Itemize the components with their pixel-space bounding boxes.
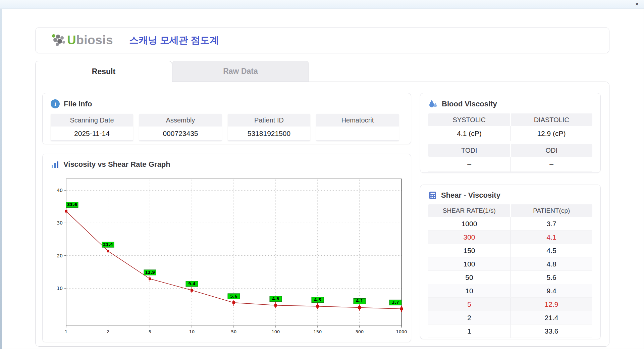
- tab-raw-data[interactable]: Raw Data: [172, 61, 309, 82]
- logo-text-u: U: [67, 33, 76, 47]
- shear-viscosity-row: 221.4: [428, 311, 592, 325]
- odi-value: –: [510, 157, 592, 171]
- shear-rate-value: 2: [428, 311, 510, 324]
- svg-text:300: 300: [356, 329, 364, 334]
- patient-viscosity-value: 4.8: [510, 257, 592, 270]
- svg-text:30: 30: [57, 220, 63, 226]
- tab-result[interactable]: Result: [35, 61, 172, 82]
- patient-viscosity-value: 21.4: [510, 311, 592, 324]
- shear-viscosity-row: 1004.8: [428, 257, 592, 271]
- shear-viscosity-row: 10003.7: [428, 217, 592, 231]
- patient-viscosity-value: 3.7: [510, 217, 592, 230]
- field-value: 53181921500: [228, 127, 310, 141]
- svg-text:21.4: 21.4: [103, 242, 113, 247]
- file-info-fields: Scanning Date 2025-11-14 Assembly 000723…: [43, 108, 411, 141]
- diastolic-value: 12.9 (cP): [510, 126, 592, 141]
- blood-viscosity-card: Blood Viscosity SYSTOLIC DIASTOLIC 4.1 (…: [420, 93, 601, 173]
- patient-viscosity-value: 5.6: [510, 271, 592, 284]
- shear-viscosity-row: 133.6: [428, 325, 592, 338]
- window-edge-strip: [0, 0, 2, 349]
- svg-text:3.7: 3.7: [392, 300, 399, 305]
- patient-viscosity-value: 9.4: [510, 284, 592, 297]
- shear-viscosity-card: Shear - Viscosity SHEAR RATE(1/s) PATIEN…: [420, 185, 601, 339]
- field-scanning-date: Scanning Date 2025-11-14: [51, 114, 133, 141]
- svg-text:4.8: 4.8: [272, 297, 279, 301]
- systolic-value: 4.1 (cP): [428, 126, 510, 141]
- app-title: 스캐닝 모세관 점도계: [129, 34, 219, 47]
- blood-viscosity-title: Blood Viscosity: [442, 100, 497, 108]
- svg-text:1000: 1000: [396, 329, 407, 334]
- field-assembly: Assembly 000723435: [139, 114, 222, 141]
- shear-rate-value: 300: [428, 231, 510, 244]
- shear-rate-value: 50: [428, 271, 510, 284]
- svg-text:9.4: 9.4: [188, 282, 195, 286]
- svg-text:10: 10: [189, 329, 195, 334]
- shear-rate-value: 1: [428, 325, 510, 338]
- file-info-card: i File Info Scanning Date 2025-11-14 Ass…: [42, 93, 411, 144]
- shear-rate-value: 5: [428, 298, 510, 311]
- calculator-icon: [428, 191, 437, 200]
- shear-rate-value: 1000: [428, 217, 510, 230]
- patient-viscosity-value: 33.6: [510, 325, 592, 338]
- app-header: Ubiosis 스캐닝 모세관 점도계: [35, 27, 609, 53]
- logo-text-rest: biosis: [76, 33, 113, 47]
- shear-viscosity-row: 1504.5: [428, 244, 592, 257]
- svg-text:10: 10: [57, 286, 63, 291]
- odi-header: ODI: [511, 144, 593, 157]
- patient-viscosity-value: 12.9: [510, 298, 592, 311]
- shear-rate-value: 150: [428, 244, 510, 257]
- svg-text:4.1: 4.1: [356, 299, 363, 303]
- field-hematocrit: Hematocrit: [316, 114, 399, 141]
- svg-text:33.6: 33.6: [67, 202, 77, 207]
- field-label: Hematocrit: [316, 114, 399, 127]
- svg-text:5: 5: [149, 329, 151, 334]
- field-value: 2025-11-14: [51, 127, 133, 141]
- svg-text:12.9: 12.9: [145, 270, 155, 275]
- svg-text:100: 100: [272, 329, 280, 334]
- svg-text:50: 50: [231, 329, 237, 334]
- todi-value: –: [428, 157, 510, 171]
- shear-viscosity-row: 505.6: [428, 271, 592, 284]
- content-panel: i File Info Scanning Date 2025-11-14 Ass…: [35, 82, 609, 347]
- field-label: Scanning Date: [51, 114, 133, 127]
- svg-text:150: 150: [314, 329, 322, 334]
- svg-text:5.6: 5.6: [230, 294, 237, 299]
- field-value: [316, 127, 399, 141]
- field-label: Assembly: [139, 114, 222, 127]
- svg-text:20: 20: [57, 253, 63, 258]
- patient-viscosity-value: 4.1: [510, 231, 592, 244]
- shear-viscosity-table: SHEAR RATE(1/s) PATIENT(cp) 10003.73004.…: [428, 204, 592, 338]
- droplet-icon: [428, 99, 438, 109]
- patient-viscosity-value: 4.5: [510, 244, 592, 257]
- graph-card: Viscosity vs Shear Rate Graph 1020304012…: [42, 154, 411, 342]
- info-icon: i: [51, 99, 60, 108]
- file-info-title: File Info: [64, 100, 92, 108]
- svg-text:4.5: 4.5: [314, 298, 321, 302]
- todi-header: TODI: [428, 144, 510, 157]
- shear-viscosity-row: 109.4: [428, 284, 592, 298]
- tab-bar: Result Raw Data: [35, 61, 309, 82]
- window-titlebar: ×: [0, 0, 644, 9]
- shear-rate-column-header: SHEAR RATE(1/s): [428, 204, 510, 217]
- logo-text: Ubiosis: [67, 33, 113, 47]
- bar-chart-icon: [51, 160, 59, 169]
- shear-viscosity-rows: 10003.73004.11504.51004.8505.6109.4512.9…: [428, 217, 592, 338]
- ubiosis-logo-icon: [50, 34, 66, 47]
- svg-text:1: 1: [65, 329, 67, 334]
- close-icon[interactable]: ×: [634, 1, 640, 8]
- shear-viscosity-row: 3004.1: [428, 231, 592, 244]
- shear-viscosity-title: Shear - Viscosity: [441, 191, 500, 200]
- svg-text:40: 40: [57, 188, 63, 193]
- shear-rate-value: 10: [428, 284, 510, 297]
- systolic-header: SYSTOLIC: [428, 113, 510, 126]
- field-label: Patient ID: [228, 114, 310, 127]
- diastolic-header: DIASTOLIC: [511, 113, 593, 126]
- shear-rate-value: 100: [428, 257, 510, 270]
- field-value: 000723435: [139, 127, 222, 141]
- viscosity-chart: 102030401251050100150300100033.621.412.9…: [45, 174, 409, 338]
- field-patient-id: Patient ID 53181921500: [228, 114, 310, 141]
- shear-viscosity-row: 512.9: [428, 298, 592, 311]
- graph-title: Viscosity vs Shear Rate Graph: [63, 160, 170, 169]
- svg-text:2: 2: [107, 329, 109, 334]
- patient-column-header: PATIENT(cp): [511, 204, 593, 217]
